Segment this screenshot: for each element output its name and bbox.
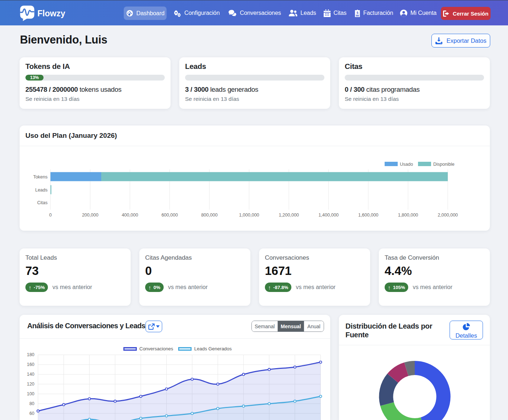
svg-text:$: $	[356, 11, 359, 15]
svg-text:Citas: Citas	[37, 200, 48, 205]
svg-text:1,400,000: 1,400,000	[319, 213, 339, 218]
svg-text:140: 140	[27, 372, 34, 377]
svg-text:1,600,000: 1,600,000	[358, 213, 378, 218]
svg-text:1,800,000: 1,800,000	[398, 213, 418, 218]
svg-text:60: 60	[29, 411, 34, 416]
svg-text:Usado: Usado	[400, 162, 413, 167]
svg-text:180: 180	[27, 352, 34, 357]
svg-text:2,000,000: 2,000,000	[438, 213, 458, 218]
svg-text:800,000: 800,000	[201, 213, 217, 218]
svg-text:Leads: Leads	[35, 188, 48, 193]
svg-text:1,000,000: 1,000,000	[239, 213, 259, 218]
svg-text:0: 0	[49, 213, 52, 218]
svg-text:Tokens: Tokens	[33, 174, 48, 180]
svg-text:80: 80	[29, 401, 34, 406]
svg-text:1,200,000: 1,200,000	[279, 213, 299, 218]
svg-text:600,000: 600,000	[161, 213, 178, 218]
svg-text:Disponible: Disponible	[433, 162, 454, 167]
svg-text:120: 120	[27, 382, 34, 387]
svg-text:200,000: 200,000	[82, 213, 98, 218]
svg-text:400,000: 400,000	[122, 213, 138, 218]
svg-text:100: 100	[27, 391, 34, 396]
svg-text:160: 160	[27, 362, 34, 367]
